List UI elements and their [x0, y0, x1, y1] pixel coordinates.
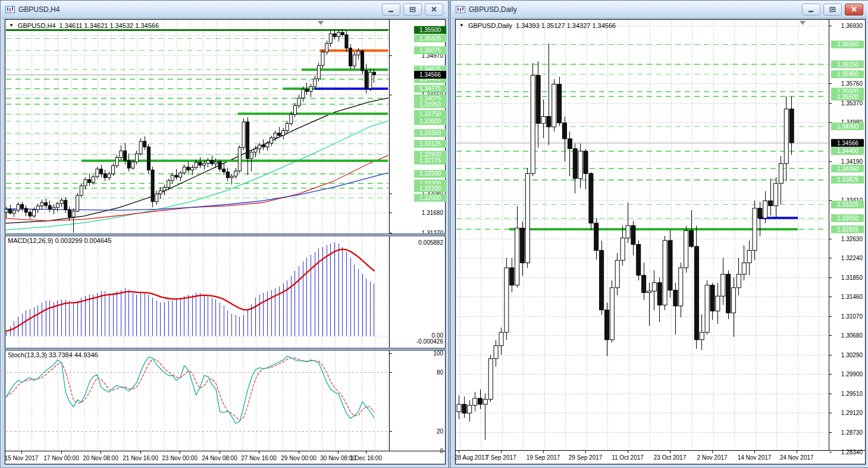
svg-text:1.30290: 1.30290 — [841, 352, 863, 358]
window-title: GBPUSD,H4 — [18, 5, 59, 14]
close-button[interactable] — [425, 4, 443, 15]
svg-text:1.31850: 1.31850 — [841, 274, 863, 281]
restore-button[interactable] — [823, 4, 842, 15]
window-gbpusd-h4: GBPUSD,H4 1.349701.341501.320801.316801.… — [0, 0, 449, 468]
svg-text:1.35075: 1.35075 — [419, 47, 441, 54]
svg-text:1.34566: 1.34566 — [837, 140, 859, 146]
svg-text:14 Nov 2017: 14 Nov 2017 — [738, 454, 772, 461]
svg-text:1.32630: 1.32630 — [841, 236, 863, 242]
svg-text:28 Aug 2017: 28 Aug 2017 — [455, 454, 488, 461]
window-gbpusd-daily: GBPUSD,Daily 1.369301.357601.353701.3498… — [450, 0, 868, 468]
chart-ohlc-label: GBPUSD,Daily 1.34393 1.35127 1.34327 1.3… — [468, 22, 616, 29]
svg-text:15 Nov 2017: 15 Nov 2017 — [5, 455, 39, 461]
titlebar-h4[interactable]: GBPUSD,H4 — [1, 1, 447, 18]
svg-text:1.34275: 1.34275 — [419, 85, 441, 92]
svg-text:1.29120: 1.29120 — [841, 410, 863, 416]
minimize-icon — [808, 7, 814, 13]
minimize-button[interactable] — [802, 4, 820, 15]
svg-text:1.35500: 1.35500 — [419, 27, 441, 33]
svg-text:1.33350: 1.33350 — [419, 130, 441, 136]
chart-header-h4: ▼ GBPUSD,H4 1.34611 1.34621 1.34532 1.34… — [9, 22, 159, 29]
svg-text:21 Nov 16:00: 21 Nov 16:00 — [123, 455, 158, 461]
svg-text:1 Dec 16:00: 1 Dec 16:00 — [350, 455, 382, 461]
svg-text:1.34900: 1.34900 — [837, 123, 859, 130]
dropdown-icon[interactable]: ▼ — [9, 23, 14, 28]
svg-text:0.005882: 0.005882 — [418, 239, 443, 246]
svg-text:1.28730: 1.28730 — [841, 429, 863, 436]
svg-text:1.33050: 1.33050 — [837, 215, 859, 221]
svg-text:1.28340: 1.28340 — [841, 449, 863, 455]
svg-text:1.33125: 1.33125 — [419, 141, 441, 147]
chart-header-daily: ▼ GBPUSD,Daily 1.34393 1.35127 1.34327 1… — [459, 22, 616, 29]
svg-text:1.35325: 1.35325 — [419, 35, 441, 42]
svg-text:100: 100 — [433, 350, 443, 357]
svg-text:1.35500: 1.35500 — [837, 93, 859, 100]
svg-text:1.29900: 1.29900 — [841, 371, 863, 377]
svg-text:80: 80 — [437, 369, 444, 376]
svg-text:1.34050: 1.34050 — [837, 166, 859, 172]
svg-text:24 Nov 08:00: 24 Nov 08:00 — [202, 455, 237, 461]
restore-icon — [409, 7, 416, 13]
svg-text:23 Nov 00:00: 23 Nov 00:00 — [162, 455, 198, 461]
svg-text:1.34400: 1.34400 — [837, 148, 859, 154]
svg-text:29 Sep 2017: 29 Sep 2017 — [569, 454, 603, 461]
close-icon — [431, 7, 437, 13]
svg-text:23 Oct 2017: 23 Oct 2017 — [654, 454, 687, 461]
chart-ohlc-label: GBPUSD,H4 1.34611 1.34621 1.34532 1.3456… — [18, 22, 159, 29]
svg-text:1.32500: 1.32500 — [419, 170, 441, 177]
svg-text:7 Sep 2017: 7 Sep 2017 — [485, 454, 516, 461]
macd-indicator-label: MACD(12,26,9) 0.003299 0.004645 — [8, 237, 111, 244]
svg-text:1.36550: 1.36550 — [837, 41, 859, 48]
svg-text:1.33600: 1.33600 — [419, 118, 441, 124]
svg-text:1.31460: 1.31460 — [841, 294, 863, 300]
svg-text:1.32200: 1.32200 — [419, 185, 441, 192]
svg-text:20 Nov 08:00: 20 Nov 08:00 — [83, 455, 118, 461]
svg-text:1.33750: 1.33750 — [419, 111, 441, 117]
minimize-button[interactable] — [382, 4, 400, 15]
svg-text:-0.000426: -0.000426 — [416, 338, 443, 345]
svg-text:1.34190: 1.34190 — [841, 158, 863, 165]
svg-text:11 Oct 2017: 11 Oct 2017 — [612, 454, 644, 461]
svg-text:1.33325: 1.33325 — [837, 201, 859, 208]
svg-text:27 Nov 16:00: 27 Nov 16:00 — [241, 455, 277, 461]
desktop: { "windows": { "left": { "title": "GBPUS… — [0, 0, 868, 468]
window-controls — [382, 4, 443, 15]
svg-text:1.35370: 1.35370 — [841, 100, 863, 107]
window-controls — [802, 4, 863, 15]
window-title: GBPUSD,Daily — [469, 5, 517, 14]
svg-text:1.30680: 1.30680 — [841, 332, 863, 339]
stoch-indicator-label: Stoch(13,3,3) 33.7384 44.9346 — [8, 351, 98, 358]
minimize-icon — [388, 7, 394, 13]
svg-text:2 Nov 2017: 2 Nov 2017 — [697, 454, 728, 461]
svg-text:1.32775: 1.32775 — [419, 157, 441, 164]
restore-button[interactable] — [403, 4, 422, 15]
svg-text:1.29510: 1.29510 — [841, 391, 863, 397]
svg-text:1.36150: 1.36150 — [837, 61, 859, 68]
svg-text:17 Nov 00:00: 17 Nov 00:00 — [43, 455, 79, 461]
chart-icon — [5, 5, 15, 14]
svg-text:24 Nov 2017: 24 Nov 2017 — [780, 454, 814, 461]
restore-icon — [829, 7, 836, 13]
chart-icon — [456, 5, 465, 14]
svg-text:1.35760: 1.35760 — [841, 80, 863, 87]
svg-text:1.31070: 1.31070 — [841, 313, 863, 320]
svg-text:1.35950: 1.35950 — [837, 71, 859, 77]
svg-text:1.32825: 1.32825 — [837, 226, 859, 233]
svg-text:1.31680: 1.31680 — [422, 210, 444, 216]
svg-text:29 Nov 00:00: 29 Nov 00:00 — [281, 455, 317, 461]
dropdown-icon[interactable]: ▼ — [459, 23, 464, 28]
svg-text:1.34566: 1.34566 — [419, 71, 441, 78]
svg-text:0: 0 — [440, 448, 443, 454]
svg-text:19 Sep 2017: 19 Sep 2017 — [527, 454, 560, 461]
svg-text:1.33950: 1.33950 — [419, 101, 441, 108]
titlebar-daily[interactable]: GBPUSD,Daily — [452, 1, 867, 18]
svg-text:1.36930: 1.36930 — [841, 23, 863, 29]
close-button[interactable] — [845, 4, 863, 15]
daily-chart-canvas[interactable]: 1.369301.357601.353701.349801.341901.334… — [451, 18, 868, 467]
svg-text:1.32240: 1.32240 — [841, 255, 863, 261]
svg-text:1.33825: 1.33825 — [837, 176, 859, 183]
svg-text:20: 20 — [437, 428, 444, 435]
close-icon — [851, 7, 857, 13]
svg-text:1.32000: 1.32000 — [419, 195, 441, 201]
